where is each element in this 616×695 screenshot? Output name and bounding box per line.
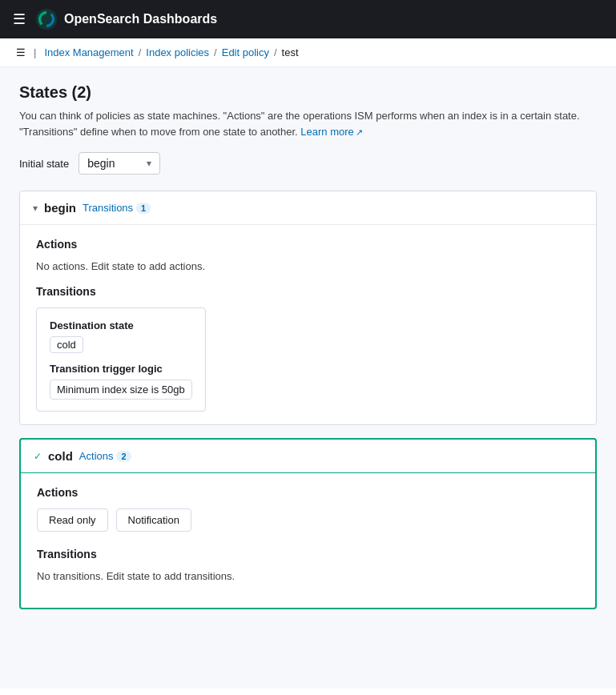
transitions-count-begin: 1 xyxy=(136,203,151,214)
transition-card-0: Destination state cold Transition trigge… xyxy=(36,307,206,412)
action-chip-notification: Notification xyxy=(116,508,191,532)
initial-state-row: Initial state begin ▾ xyxy=(19,152,597,175)
top-navigation: ☰ OpenSearch Dashboards xyxy=(0,0,616,38)
opensearch-logo xyxy=(35,8,58,30)
initial-state-select[interactable]: begin ▾ xyxy=(79,152,160,175)
learn-more-link[interactable]: Learn more↗ xyxy=(300,126,362,138)
initial-state-label: Initial state xyxy=(19,158,69,170)
state-body-cold: Actions Read only Notification Transitio… xyxy=(21,473,595,608)
actions-section-label-begin: Actions xyxy=(36,238,580,251)
action-chips-cold: Read only Notification xyxy=(37,508,579,532)
breadcrumb-current: test xyxy=(282,46,299,58)
breadcrumb-separator-1: / xyxy=(139,46,142,58)
actions-section-label-cold: Actions xyxy=(37,486,579,499)
action-chip-readonly: Read only xyxy=(37,508,108,532)
breadcrumb-separator-3: / xyxy=(274,46,277,58)
state-body-begin: Actions No actions. Edit state to add ac… xyxy=(20,225,596,424)
page-description: You can think of policies as state machi… xyxy=(19,108,597,139)
state-name-begin: begin xyxy=(44,201,76,215)
transitions-label-begin: Transitions xyxy=(83,202,133,214)
state-panel-begin: ▾ begin Transitions 1 Actions No actions… xyxy=(19,191,597,425)
no-transitions-text-cold: No transitions. Edit state to add transi… xyxy=(37,570,579,582)
breadcrumb: ☰ | Index Management / Index policies / … xyxy=(0,38,616,67)
breadcrumb-index-policies[interactable]: Index policies xyxy=(146,46,209,58)
brand-logo-area: OpenSearch Dashboards xyxy=(35,8,217,30)
trigger-logic-value: Minimum index size is 50gb xyxy=(50,380,192,400)
actions-count-cold: 2 xyxy=(116,451,131,462)
breadcrumb-edit-policy[interactable]: Edit policy xyxy=(222,46,269,58)
breadcrumb-menu-icon[interactable]: ☰ xyxy=(16,46,26,58)
dest-state-label: Destination state xyxy=(50,319,192,331)
breadcrumb-index-management[interactable]: Index Management xyxy=(44,46,133,58)
actions-label-cold: Actions xyxy=(79,450,114,462)
hamburger-menu-icon[interactable]: ☰ xyxy=(13,10,26,28)
state-header-begin: ▾ begin Transitions 1 xyxy=(20,191,596,225)
dest-state-value: cold xyxy=(50,336,83,353)
breadcrumb-separator-2: / xyxy=(214,46,217,58)
state-panel-cold: ✓ cold Actions 2 Actions Read only Notif… xyxy=(19,438,597,609)
state-name-cold: cold xyxy=(48,449,73,463)
transitions-section-cold: Transitions No transitions. Edit state t… xyxy=(37,548,579,582)
main-content: States (2) You can think of policies as … xyxy=(0,67,616,689)
page-header: States (2) You can think of policies as … xyxy=(19,83,597,139)
actions-badge-cold[interactable]: Actions 2 xyxy=(79,450,131,462)
transitions-badge-begin[interactable]: Transitions 1 xyxy=(83,202,151,214)
no-actions-text-begin: No actions. Edit state to add actions. xyxy=(36,260,580,272)
initial-state-value: begin xyxy=(87,157,115,170)
external-link-icon: ↗ xyxy=(356,126,363,139)
transitions-section-label-begin: Transitions xyxy=(36,285,580,298)
chevron-down-icon: ▾ xyxy=(147,158,151,169)
brand-text: OpenSearch Dashboards xyxy=(64,12,217,26)
transitions-section-label-cold: Transitions xyxy=(37,548,579,560)
state-header-cold: ✓ cold Actions 2 xyxy=(21,440,595,473)
transitions-section-begin: Transitions Destination state cold Trans… xyxy=(36,285,580,412)
trigger-logic-label: Transition trigger logic xyxy=(50,363,192,375)
collapse-toggle-begin[interactable]: ▾ xyxy=(33,203,38,214)
collapse-toggle-cold[interactable]: ✓ xyxy=(34,451,42,462)
page-title: States (2) xyxy=(19,83,597,102)
